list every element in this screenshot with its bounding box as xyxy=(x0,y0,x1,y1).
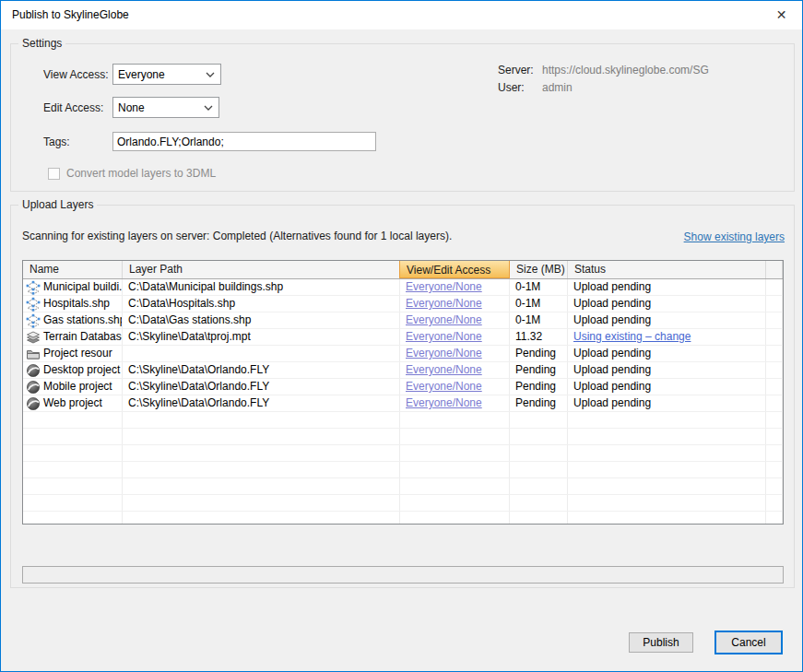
layer-status: Upload pending xyxy=(573,297,651,310)
user-label: User: xyxy=(498,81,525,94)
chevron-down-icon xyxy=(200,65,220,84)
upload-progress-bar xyxy=(22,566,784,584)
layer-size: 0-1M xyxy=(510,296,568,312)
settings-group-label: Settings xyxy=(18,37,65,50)
access-link[interactable]: Everyone/None xyxy=(406,347,482,360)
view-access-value: Everyone xyxy=(113,68,200,81)
tags-label: Tags: xyxy=(43,136,70,148)
table-row[interactable]: Terrain Database C:\Skyline\Data\tproj.m… xyxy=(23,329,783,346)
layer-status: Upload pending xyxy=(573,280,651,293)
terrain-icon xyxy=(26,330,41,345)
table-body: Municipal buildi... C:\Data\Municipal bu… xyxy=(23,279,783,524)
access-link[interactable]: Everyone/None xyxy=(406,396,482,409)
layer-path: C:\Skyline\Data\Orlando.FLY xyxy=(123,379,400,395)
project-globe-icon xyxy=(26,396,41,411)
title-bar: Publish to SkylineGlobe ✕ xyxy=(1,1,802,29)
convert-3dml-checkbox[interactable] xyxy=(48,168,60,180)
layer-path: C:\Data\Municipal buildings.shp xyxy=(123,279,400,296)
table-row[interactable]: Project resour Everyone/None Pending Upl… xyxy=(23,346,783,362)
column-header-status[interactable]: Status xyxy=(568,261,766,278)
layer-path: C:\Skyline\Data\Orlando.FLY xyxy=(123,395,400,412)
layer-name: Project resour xyxy=(43,346,112,361)
layer-size: 11.32 xyxy=(510,329,568,346)
access-link[interactable]: Everyone/None xyxy=(406,313,482,326)
access-link[interactable]: Everyone/None xyxy=(406,297,482,310)
layer-status: Upload pending xyxy=(573,313,651,326)
server-label: Server: xyxy=(498,64,534,77)
layer-name: Desktop project xyxy=(43,362,120,378)
convert-3dml-checkbox-row: Convert model layers to 3DML xyxy=(48,167,216,180)
feature-layer-icon xyxy=(26,313,41,328)
table-row-empty xyxy=(23,478,783,495)
project-globe-icon xyxy=(26,363,41,378)
layer-status: Upload pending xyxy=(573,380,651,393)
layer-path: C:\Data\Hospitals.shp xyxy=(123,296,400,312)
layer-size: 0-1M xyxy=(510,279,568,296)
layer-name: Gas stations.shp xyxy=(43,312,123,328)
layer-status: Upload pending xyxy=(573,363,651,376)
table-row[interactable]: Hospitals.shp C:\Data\Hospitals.shp Ever… xyxy=(23,296,783,312)
column-header-layer-path[interactable]: Layer Path xyxy=(123,261,400,278)
column-header-view-edit-access[interactable]: View/Edit Access xyxy=(399,260,510,278)
table-row[interactable]: Mobile project C:\Skyline\Data\Orlando.F… xyxy=(23,379,783,395)
table-row[interactable]: Web project C:\Skyline\Data\Orlando.FLY … xyxy=(23,395,783,412)
show-existing-layers-link[interactable]: Show existing layers xyxy=(684,230,785,243)
layer-path: C:\Data\Gas stations.shp xyxy=(123,312,400,329)
convert-3dml-label: Convert model layers to 3DML xyxy=(66,167,216,180)
layer-name: Municipal buildi... xyxy=(43,279,123,295)
upload-layers-group-label: Upload Layers xyxy=(18,198,97,211)
layer-size: Pending xyxy=(510,362,568,379)
layer-size: Pending xyxy=(510,346,568,362)
edit-access-value: None xyxy=(113,101,198,114)
layers-table: Name Layer Path View/Edit Access Size (M… xyxy=(22,260,784,525)
access-link[interactable]: Everyone/None xyxy=(406,363,482,376)
tags-input[interactable] xyxy=(112,132,376,151)
cancel-button[interactable]: Cancel xyxy=(714,631,783,654)
column-header-size[interactable]: Size (MB) xyxy=(510,261,568,278)
project-globe-icon xyxy=(26,380,41,395)
edit-access-label: Edit Access: xyxy=(43,101,103,114)
layer-status[interactable]: Using existing – change xyxy=(573,330,691,343)
edit-access-select[interactable]: None xyxy=(112,97,219,118)
table-row[interactable]: Desktop project C:\Skyline\Data\Orlando.… xyxy=(23,362,783,379)
feature-layer-icon xyxy=(26,297,41,312)
scan-status-text: Scanning for existing layers on server: … xyxy=(22,230,452,242)
view-access-label: View Access: xyxy=(43,68,108,81)
table-row[interactable]: Municipal buildi... C:\Data\Municipal bu… xyxy=(23,279,783,296)
close-icon[interactable]: ✕ xyxy=(761,1,802,29)
chevron-down-icon xyxy=(198,98,218,117)
settings-group: Settings View Access: Everyone Edit Acce… xyxy=(10,43,795,192)
publish-button[interactable]: Publish xyxy=(629,632,693,653)
table-row-empty xyxy=(23,445,783,462)
access-link[interactable]: Everyone/None xyxy=(406,330,482,343)
server-value: https://cloud.skylineglobe.com/SG xyxy=(542,64,709,77)
column-header-name[interactable]: Name xyxy=(23,261,123,278)
table-row-empty xyxy=(23,512,783,525)
layer-size: 0-1M xyxy=(510,312,568,329)
table-row-empty xyxy=(23,462,783,478)
user-value: admin xyxy=(542,81,573,94)
layer-path: C:\Skyline\Data\tproj.mpt xyxy=(123,329,400,346)
table-row-empty xyxy=(23,412,783,429)
column-header-spacer xyxy=(766,261,783,278)
layer-size: Pending xyxy=(510,379,568,395)
table-header: Name Layer Path View/Edit Access Size (M… xyxy=(23,261,783,279)
layer-name: Mobile project xyxy=(43,379,112,395)
layer-size: Pending xyxy=(510,395,568,412)
upload-layers-group: Upload Layers Scanning for existing laye… xyxy=(10,205,795,588)
publish-dialog: Publish to SkylineGlobe ✕ Settings View … xyxy=(0,0,803,672)
table-row-empty xyxy=(23,495,783,512)
layer-status: Upload pending xyxy=(573,347,651,360)
layer-path xyxy=(123,346,400,362)
table-row[interactable]: Gas stations.shp C:\Data\Gas stations.sh… xyxy=(23,312,783,329)
layer-name: Web project xyxy=(43,395,102,411)
layer-name: Terrain Database xyxy=(43,329,123,345)
folder-icon xyxy=(26,347,41,361)
access-link[interactable]: Everyone/None xyxy=(406,380,482,393)
view-access-select[interactable]: Everyone xyxy=(112,64,221,85)
layer-status: Upload pending xyxy=(573,396,651,409)
access-link[interactable]: Everyone/None xyxy=(406,280,482,293)
layer-path: C:\Skyline\Data\Orlando.FLY xyxy=(123,362,400,379)
window-title: Publish to SkylineGlobe xyxy=(12,1,129,29)
layer-name: Hospitals.shp xyxy=(43,296,110,312)
